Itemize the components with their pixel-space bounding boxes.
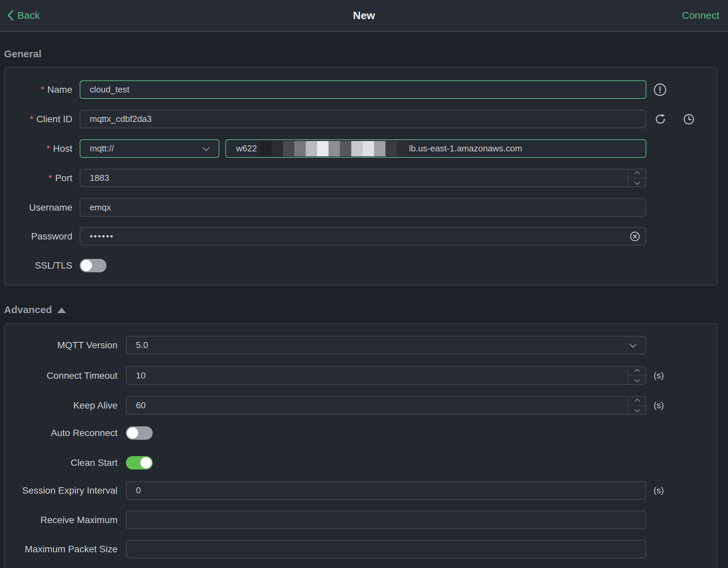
host-address-input[interactable]: w622 lb.us-east-1.amazonaws.com bbox=[225, 139, 646, 158]
port-spinner bbox=[628, 169, 646, 187]
warning-icon[interactable] bbox=[653, 82, 667, 97]
chevron-down-icon bbox=[635, 377, 640, 382]
toggle-knob bbox=[81, 260, 92, 271]
maximum-packet-size-label: Maximum Packet Size bbox=[5, 544, 118, 555]
connect-timeout-spinner bbox=[628, 366, 646, 385]
decrease-button[interactable] bbox=[628, 405, 646, 415]
chevron-down-icon bbox=[629, 340, 637, 348]
seconds-unit-label: (s) bbox=[654, 485, 664, 496]
increase-button[interactable] bbox=[628, 169, 646, 178]
history-clock-icon[interactable] bbox=[682, 112, 696, 126]
chevron-up-icon bbox=[635, 369, 640, 374]
redacted-blur-block bbox=[260, 141, 408, 156]
receive-maximum-input[interactable] bbox=[126, 511, 646, 529]
port-input[interactable] bbox=[80, 169, 646, 187]
host-visible-prefix: w622 bbox=[236, 143, 257, 154]
chevron-up-icon bbox=[635, 399, 640, 404]
port-label: *Port bbox=[5, 173, 72, 184]
session-expiry-label: Session Expiry Interval bbox=[5, 485, 118, 496]
mqtt-version-select[interactable]: 5.0 bbox=[126, 336, 646, 354]
mqtt-version-value: 5.0 bbox=[136, 340, 148, 350]
toggle-knob bbox=[140, 457, 152, 469]
password-label: Password bbox=[5, 231, 72, 242]
receive-maximum-label: Receive Maximum bbox=[5, 515, 118, 525]
advanced-card: MQTT Version 5.0 Connect Timeout (s) Kee… bbox=[4, 323, 718, 568]
password-input[interactable] bbox=[80, 227, 646, 245]
auto-reconnect-label: Auto Reconnect bbox=[5, 428, 118, 438]
mqttx-new-connection-page: { "header": { "back_label": "Back", "tit… bbox=[0, 0, 728, 568]
name-input[interactable] bbox=[80, 80, 646, 99]
seconds-unit-label: (s) bbox=[654, 370, 664, 381]
clean-start-field-row: Clean Start bbox=[5, 456, 717, 470]
host-label: *Host bbox=[5, 143, 72, 154]
auto-reconnect-toggle[interactable] bbox=[126, 426, 153, 440]
header-bar: Back New Connect bbox=[0, 0, 728, 32]
general-card: *Name *Client ID bbox=[4, 67, 718, 286]
advanced-section-toggle[interactable]: Advanced bbox=[4, 304, 66, 315]
refresh-icon[interactable] bbox=[653, 112, 667, 126]
username-field-row: Username bbox=[5, 198, 717, 217]
connect-timeout-input[interactable] bbox=[126, 366, 646, 385]
page-title: New bbox=[0, 0, 728, 31]
mqtt-version-label: MQTT Version bbox=[5, 340, 118, 351]
keep-alive-input[interactable] bbox=[126, 396, 646, 415]
maximum-packet-size-input[interactable] bbox=[126, 540, 646, 558]
required-asterisk: * bbox=[30, 114, 33, 124]
required-asterisk: * bbox=[49, 173, 52, 183]
username-input[interactable] bbox=[80, 198, 646, 217]
chevron-up-icon bbox=[635, 171, 640, 177]
client-id-field-row: *Client ID bbox=[5, 110, 717, 128]
name-field-row: *Name bbox=[5, 80, 717, 99]
client-id-input[interactable] bbox=[80, 110, 646, 128]
connect-button[interactable]: Connect bbox=[682, 0, 719, 31]
port-field-row: *Port bbox=[5, 169, 717, 187]
chevron-down-icon bbox=[202, 144, 210, 151]
password-field-row: Password bbox=[5, 227, 717, 245]
seconds-unit-label: (s) bbox=[654, 400, 664, 411]
host-field-row: *Host mqtt:// w622 lb.us-east-1.amazonaw… bbox=[5, 139, 717, 158]
host-protocol-value: mqtt:// bbox=[90, 143, 114, 154]
auto-reconnect-field-row: Auto Reconnect bbox=[5, 426, 717, 440]
chevron-down-icon bbox=[635, 407, 640, 412]
clean-start-toggle[interactable] bbox=[126, 456, 153, 470]
decrease-button[interactable] bbox=[628, 375, 646, 385]
clear-password-icon[interactable] bbox=[629, 230, 641, 242]
required-asterisk: * bbox=[41, 84, 44, 95]
toggle-knob bbox=[127, 427, 138, 439]
mqtt-version-field-row: MQTT Version 5.0 bbox=[5, 336, 717, 354]
maximum-packet-size-field-row: Maximum Packet Size bbox=[5, 540, 717, 558]
ssl-tls-label: SSL/TLS bbox=[5, 260, 72, 271]
required-asterisk: * bbox=[47, 143, 50, 154]
ssl-tls-field-row: SSL/TLS bbox=[5, 259, 717, 272]
client-id-label: *Client ID bbox=[5, 114, 72, 125]
clean-start-label: Clean Start bbox=[5, 457, 118, 468]
general-section-title: General bbox=[4, 48, 42, 60]
host-visible-suffix: lb.us-east-1.amazonaws.com bbox=[409, 143, 522, 154]
connect-timeout-field-row: Connect Timeout (s) bbox=[5, 366, 717, 385]
chevron-down-icon bbox=[635, 179, 640, 185]
increase-button[interactable] bbox=[628, 366, 646, 375]
username-label: Username bbox=[5, 202, 72, 213]
receive-maximum-field-row: Receive Maximum bbox=[5, 511, 717, 529]
collapse-triangle-icon bbox=[57, 307, 66, 313]
session-expiry-input[interactable] bbox=[126, 481, 646, 500]
host-protocol-select[interactable]: mqtt:// bbox=[80, 139, 219, 158]
decrease-button[interactable] bbox=[628, 178, 646, 188]
session-expiry-field-row: Session Expiry Interval (s) bbox=[5, 481, 717, 500]
ssl-tls-toggle[interactable] bbox=[80, 259, 106, 272]
keep-alive-field-row: Keep Alive (s) bbox=[5, 396, 717, 415]
keep-alive-label: Keep Alive bbox=[5, 400, 118, 411]
name-label: *Name bbox=[5, 84, 72, 95]
increase-button[interactable] bbox=[628, 396, 646, 405]
connect-timeout-label: Connect Timeout bbox=[5, 370, 118, 381]
keep-alive-spinner bbox=[628, 396, 646, 415]
